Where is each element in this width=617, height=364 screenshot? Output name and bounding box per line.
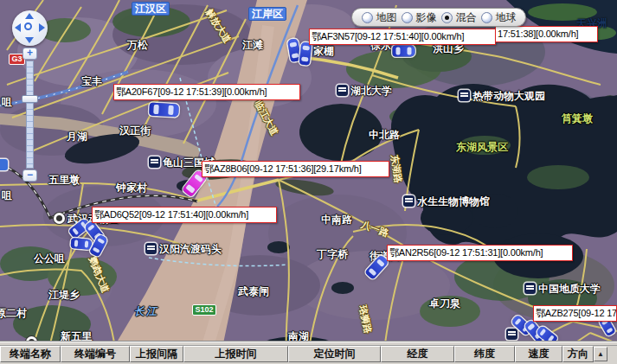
vehicle-label-azb275[interactable]: 鄂AZB275[09-12 17:5: [533, 305, 617, 322]
map-label-江滩: 江滩: [242, 40, 263, 51]
map-label-text: 咀: [2, 96, 12, 108]
vehicle-label-clipped-top-right[interactable]: 17:51:38][0.00km/h]: [495, 26, 598, 42]
map-label-钟家村: 钟家村: [116, 182, 147, 194]
map-label-月湖: 月湖: [67, 131, 87, 143]
layer-option-label: 地球: [496, 10, 517, 25]
map-label-text: 东湖风景区: [456, 141, 508, 153]
vehicle-label-ad6q52[interactable]: 鄂AD6Q52[09-12 17:51:40][0.00km/h]: [92, 207, 277, 223]
table-header-row: 终端名称终端编号上报间隔上报时间定位时间经度纬度速度方向▲: [0, 346, 617, 362]
museum-icon: [403, 195, 415, 207]
layer-option-混合[interactable]: 混合: [441, 10, 477, 25]
map-label-东湖风景区: 东湖风景区: [456, 142, 508, 153]
layer-option-地球[interactable]: 地球: [481, 10, 517, 25]
map-label-江堤乡: 江堤乡: [48, 290, 80, 301]
road-shield-S102: S102: [192, 304, 216, 316]
zoom-slider-track[interactable]: [26, 61, 34, 169]
map-label-咀: 咀: [2, 97, 12, 108]
map-label-筲箕墩: 筲箕墩: [562, 113, 593, 125]
map-label-湖北大学: 湖北大学: [337, 85, 392, 97]
map-label-text: 江岸区: [252, 8, 283, 20]
radio-icon[interactable]: [481, 12, 492, 23]
map-label-text: 中南路: [321, 214, 352, 226]
compass-center-icon[interactable]: [24, 22, 32, 30]
map-label-text: 五里墩: [48, 174, 80, 186]
map-label-text: 家棚: [313, 45, 334, 57]
tracking-map-window: 江汉区江岸区万松江滩宝丰汉正街月湖五里墩钟家村咀咀公公咀江堤乡原二村新五里长江武…: [0, 0, 617, 364]
radio-icon[interactable]: [441, 12, 453, 23]
map-label-blue-cut: [0, 159, 10, 171]
pan-down-icon[interactable]: [25, 37, 34, 43]
map-label-中北路: 中北路: [369, 130, 400, 141]
zoom-slider-thumb[interactable]: [22, 95, 38, 103]
zoo-icon: [459, 90, 470, 101]
map-label-text: 武泰闸: [238, 285, 269, 297]
map-label-text: 丁字桥: [317, 248, 348, 260]
vehicle-marker-a20f67[interactable]: [149, 103, 179, 118]
column-header-速度[interactable]: 速度: [515, 346, 562, 362]
zoo-round-icon: [54, 213, 65, 224]
pan-right-icon[interactable]: [39, 23, 45, 32]
vehicle-label-an2r56[interactable]: 鄂AN2R56[09-12 17:51:31][0.00km/h]: [387, 245, 573, 261]
map-label-text: 汉正街: [119, 125, 151, 137]
map-label-text: 湖北大学: [350, 85, 392, 97]
layer-option-影像[interactable]: 影像: [402, 10, 437, 25]
school-icon: [337, 85, 348, 96]
column-header-终端名称[interactable]: 终端名称: [0, 346, 61, 362]
vehicle-label-az8b06[interactable]: 鄂AZ8B06[09-12 17:51:36][29.17km/h]: [202, 161, 389, 177]
map-label-万松: 万松: [127, 40, 148, 51]
school-icon: [524, 283, 536, 294]
scenic-icon: [149, 156, 160, 168]
map-label-江汉区: 江汉区: [132, 2, 170, 16]
zoom-out-button[interactable]: −: [22, 169, 37, 182]
map-label-text: 钟家村: [116, 182, 147, 194]
layer-option-label: 混合: [456, 10, 477, 25]
column-header-定位时间[interactable]: 定位时间: [288, 346, 381, 362]
map-label-text: 公公咀: [34, 252, 65, 265]
zoom-in-button[interactable]: +: [22, 48, 37, 60]
map-label-汉阳汽渡码头: 汉阳汽渡码头: [145, 243, 222, 255]
map-label-text: 水生生物博物馆: [417, 195, 490, 208]
map-label-宝丰: 宝丰: [81, 76, 102, 87]
layer-option-label: 影像: [416, 10, 437, 25]
map-label-text: 中北路: [369, 129, 400, 141]
map-label-汉正街: 汉正街: [119, 125, 151, 137]
map-label-text: 万松: [127, 39, 148, 51]
map-label-公公咀: 公公咀: [34, 253, 65, 265]
column-header-经度[interactable]: 经度: [381, 346, 454, 362]
pan-left-icon[interactable]: [15, 23, 21, 32]
vehicle-label-af3n57[interactable]: 鄂AF3N57[09-12 17:51:40][0.00km/h]: [309, 29, 496, 45]
vehicle-marker-xudong[interactable]: [393, 46, 415, 57]
map-label-卓刀泉: 卓刀泉: [429, 298, 460, 310]
map-label-text: 长江: [134, 305, 158, 317]
radio-icon[interactable]: [362, 12, 373, 23]
map-label-水生生物博物馆: 水生生物博物馆: [403, 195, 490, 208]
column-header-方向[interactable]: 方向: [562, 346, 594, 362]
vehicle-label-a20f67[interactable]: 鄂A20F67[09-12 17:51:39][0.00km/h]: [113, 84, 300, 100]
map-label-text: 卓刀泉: [429, 297, 460, 310]
layer-option-地图[interactable]: 地图: [362, 10, 397, 25]
map-label-咀: 咀: [2, 190, 12, 201]
pan-compass-control[interactable]: [12, 10, 48, 46]
map-label-家棚: 家棚: [313, 46, 334, 57]
map-label-武泰闸: 武泰闸: [238, 286, 269, 297]
map-label-text: 月湖: [67, 131, 87, 143]
map-label-中南路: 中南路: [321, 214, 352, 226]
pan-up-icon[interactable]: [25, 13, 34, 19]
map-label-text: 汉阳汽渡码头: [159, 243, 222, 255]
map-label-text: 江堤乡: [48, 289, 80, 301]
map-label-长江: 长江: [134, 306, 158, 317]
column-header-终端编号[interactable]: 终端编号: [61, 346, 130, 362]
building-icon: [506, 329, 517, 340]
vehicle-marker-ad6q52-c[interactable]: [71, 238, 93, 250]
map-label-text: 中国地质大学: [538, 283, 601, 295]
table-scroll-up-button[interactable]: ▲: [594, 347, 607, 361]
map-label-text: 筲箕墩: [562, 112, 593, 125]
anchor-icon: [145, 243, 157, 254]
map-label-原二村: 原二村: [0, 308, 27, 319]
column-header-纬度[interactable]: 纬度: [454, 346, 515, 362]
map-label-text: 宝丰: [81, 75, 102, 87]
map-label-丁字桥: 丁字桥: [317, 249, 348, 260]
column-header-上报时间[interactable]: 上报时间: [183, 346, 288, 362]
column-header-上报间隔[interactable]: 上报间隔: [130, 346, 183, 362]
radio-icon[interactable]: [402, 12, 413, 23]
